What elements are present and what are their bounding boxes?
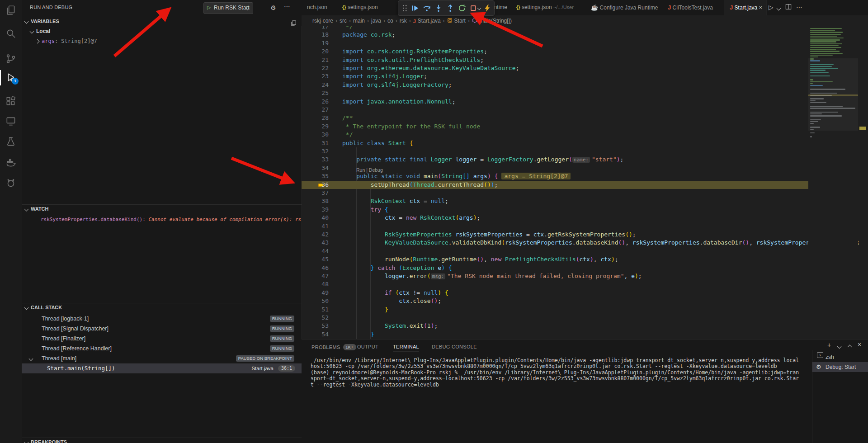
mascot-extension-icon[interactable] [5,177,17,189]
breadcrumb-item[interactable]: Start [447,18,466,24]
toolbar-drag-handle[interactable] [401,4,409,12]
thread-row[interactable]: Thread [main]PAUSED ON BREAKPOINT [22,353,302,363]
breadcrumb-item[interactable]: rskj-core [312,18,333,24]
section-action-icon[interactable] [290,20,297,28]
panel-tab-terminal[interactable]: TERMINAL [393,344,419,352]
code-line-37[interactable]: 37 [302,189,808,197]
code-line-50[interactable]: 50 ctx.close(); [302,297,808,305]
args-chevron-icon[interactable] [35,39,40,44]
breadcrumb[interactable]: rskj-core›src›main›java›co›rsk›JStart.ja… [302,15,868,26]
tab-Configure Java Runtime[interactable]: ☕ Configure Java Runtime [585,0,663,15]
code-line-18[interactable]: 18package co.rsk; [302,31,808,39]
breadcrumb-item[interactable]: main(String[]) [472,18,512,24]
code-line-25[interactable]: 25 [302,89,808,97]
codelens-run-debug[interactable]: Run | Debug [356,167,383,173]
thread-row[interactable]: Thread [Signal Dispatcher]RUNNING [22,324,302,334]
extensions-icon[interactable] [5,95,17,107]
minimap[interactable] [808,26,858,339]
code-line-24[interactable]: 24import org.slf4j.LoggerFactory; [302,81,808,89]
step-over-icon[interactable] [423,4,431,12]
code-line-53[interactable]: 53 System.exit(1); [302,322,808,330]
split-editor-icon[interactable] [785,4,792,11]
code-line-48[interactable]: 48 [302,280,808,288]
new-terminal-icon[interactable]: + [827,341,831,349]
breadcrumb-item[interactable]: java [371,18,381,24]
restart-icon[interactable] [458,4,466,12]
code-line-21[interactable]: 21import co.rsk.util.PreflightChecksUtil… [302,56,808,64]
minimap-slider[interactable] [808,58,858,131]
run-dropdown-chevron-icon[interactable] [777,6,781,11]
code-line-38[interactable]: 38 RskContext ctx = null; [302,197,808,205]
continue-icon[interactable] [411,4,419,12]
code-line-51[interactable]: 51 } [302,306,808,314]
call-stack-chevron-icon[interactable] [24,306,29,310]
code-line-31[interactable]: 31public class Start { [302,139,808,147]
code-line-36[interactable]: 36 setUpThread(Thread.currentThread()); [302,181,808,189]
gear-icon[interactable]: ⚙ [270,4,276,11]
code-line-35[interactable]: 35 public static void main(String[] args… [302,172,808,180]
code-line-28[interactable]: 28/** [302,114,808,122]
tab-settings.json[interactable]: {} settings.json [337,0,405,15]
more-actions-icon[interactable]: ⋯ [284,3,290,10]
watch-header[interactable]: WATCH [31,206,49,212]
docker-icon[interactable] [5,156,17,168]
testing-icon[interactable] [5,136,17,148]
code-line-41[interactable]: 41 [302,222,808,231]
code-line-42[interactable]: 42 RskSystemProperties rskSystemProperti… [302,231,808,239]
thread-row[interactable]: Thread [Reference Handler]RUNNING [22,344,302,353]
run-config-dropdown[interactable]: ▷ Run RSK Start [203,2,253,14]
close-panel-icon[interactable]: × [858,341,861,348]
editor-more-actions-icon[interactable]: ⋯ [796,4,802,11]
watch-chevron-icon[interactable] [24,207,29,212]
stop-chevron-icon[interactable] [477,6,481,10]
step-into-icon[interactable] [434,4,443,12]
code-line-52[interactable]: 52 [302,314,808,322]
local-chevron-icon[interactable] [30,29,34,34]
code-line-47[interactable]: 47 logger.error(msg:"The RSK node main t… [302,272,808,280]
code-line-27[interactable]: 27 [302,106,808,114]
breakpoints-chevron-icon[interactable] [24,440,29,443]
code-line-20[interactable]: 20import co.rsk.config.RskSystemProperti… [302,47,808,56]
code-line-49[interactable]: 49 if (ctx != null) { [302,289,808,297]
terminal-dropdown-chevron-icon[interactable] [837,344,842,349]
code-line-46[interactable]: 46 } catch (Exception e) { [302,264,808,272]
explorer-icon[interactable] [5,5,17,16]
code-editor[interactable]: 17 */18package co.rsk;1920import co.rsk.… [302,26,868,339]
breadcrumb-item[interactable]: main [353,18,365,24]
code-line-45[interactable]: 45 runNode(Runtime.getRuntime(), new Pre… [302,255,808,264]
variable-row[interactable]: args: String[2]@7 [42,38,97,44]
stack-frame-row[interactable]: Start.main(String[]) Start.java 36:1 [22,363,302,373]
tab-nch.json[interactable]: nch.json [302,0,337,15]
code-line-26[interactable]: 26import javax.annotation.Nonnull; [302,98,808,106]
panel-tab-output[interactable]: OUTPUT [357,344,378,349]
remote-explorer-icon[interactable] [5,115,17,127]
thread-row[interactable]: Thread [logback-1]RUNNING [22,314,302,324]
panel-tab-debug-console[interactable]: DEBUG CONSOLE [432,344,477,349]
code-line-29[interactable]: 29 * The entrypoint for the RSK full nod… [302,123,808,131]
code-line-44[interactable]: 44 [302,247,808,255]
code-line-22[interactable]: 22import org.ethereum.datasource.KeyValu… [302,64,808,72]
variables-chevron-icon[interactable] [24,19,29,24]
code-line-40[interactable]: 40 ctx = new RskContext(args); [302,214,808,222]
tab-settings.json[interactable]: {} settings.json ~/.../User [511,0,586,15]
code-line-17[interactable]: 17 */ [302,26,808,31]
code-line-30[interactable]: 30 */ [302,131,808,139]
source-control-icon[interactable] [5,53,17,65]
watch-row[interactable]: rskSystemProperties.databaseKind(): Cann… [41,217,301,222]
close-icon[interactable]: × [759,4,762,11]
breakpoints-header[interactable]: BREAKPOINTS [31,439,67,443]
panel-tab-problems[interactable]: PROBLEMS1K+ [311,344,356,350]
search-icon[interactable] [5,28,17,39]
run-file-icon[interactable]: ▷ [769,4,774,11]
thread-row[interactable]: Thread [Finalizer]RUNNING [22,334,302,344]
step-out-icon[interactable] [446,4,454,12]
breadcrumb-item[interactable]: src [340,18,347,24]
code-line-39[interactable]: 39 try { [302,206,808,214]
overview-ruler[interactable] [858,26,868,339]
breadcrumb-item[interactable]: rsk [400,18,407,24]
code-line-43[interactable]: 43 KeyValueDataSource.validateDbKind(rsk… [302,239,808,247]
code-line-32[interactable]: 32 [302,147,808,156]
tab-CliToolsTest.java[interactable]: J CliToolsTest.java [662,0,725,15]
code-line-23[interactable]: 23import org.slf4j.Logger; [302,72,808,80]
terminal-list-item[interactable]: ›zsh [812,352,868,362]
